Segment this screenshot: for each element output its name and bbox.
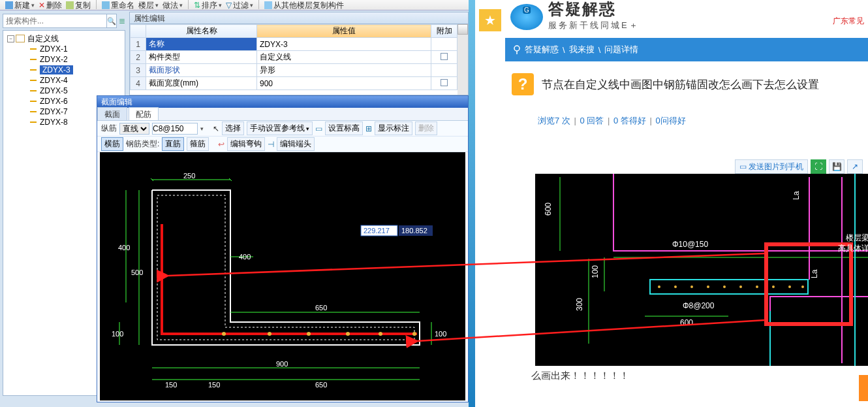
tree-item[interactable]: ZDYX-1 [29, 44, 125, 54]
search-button[interactable]: 🔍 [107, 14, 117, 28]
tree-root-row[interactable]: － 自定义线 [7, 33, 125, 44]
row2-straight-button[interactable]: 直筋 [162, 137, 184, 151]
row2-label-button[interactable]: 横筋 [101, 137, 123, 151]
svg-text:La: La [792, 191, 801, 200]
copy-floor-icon [264, 1, 272, 9]
section-canvas[interactable]: 250 400 400 500 650 100 100 900 150 150 … [100, 152, 465, 400]
share-icon: ↗ [852, 162, 858, 171]
svg-point-44 [739, 285, 742, 288]
svg-point-48 [801, 285, 804, 288]
hook-icon: ↩ [218, 140, 225, 149]
prop-value-input[interactable] [260, 66, 428, 75]
toolbar-sort-button[interactable]: ⇅ 排序▾ [194, 0, 222, 10]
section-editor-row1: 纵筋 直线 ▾ ↖ 选择 手动设置参考线 ▭ 设置标高 ⊞ 显示标注 删除 [97, 121, 468, 137]
property-row[interactable]: 4截面宽度(mm) [131, 77, 457, 90]
prop-row-value[interactable] [257, 38, 431, 51]
toolbar-copy-button[interactable]: 复制 [66, 0, 91, 10]
save-image-button[interactable]: 💾 [829, 159, 845, 174]
prop-value-input[interactable] [260, 53, 428, 62]
prop-row-value[interactable] [257, 64, 431, 77]
tab-rebar[interactable]: 配筋 [129, 107, 159, 120]
tree-item[interactable]: ZDYX-2 [29, 54, 125, 65]
prop-row-name: 构件类型 [146, 51, 257, 64]
brand-subtitle: 服务新干线同城E＋ [548, 20, 640, 31]
question-mark-icon: ? [512, 73, 534, 95]
elev-icon: ▭ [315, 124, 322, 133]
prop-row-value[interactable] [257, 77, 431, 90]
prop-row-addon[interactable] [431, 51, 457, 64]
prop-row-value[interactable] [257, 51, 431, 64]
row2-stirrup-button[interactable]: 箍筋 [187, 137, 209, 151]
collapse-icon[interactable]: － [7, 35, 14, 42]
svg-text:250: 250 [183, 172, 195, 180]
toolbar-floor-button[interactable]: 楼层▾ [138, 0, 159, 10]
property-row[interactable]: 1名称 [131, 38, 457, 51]
answer-cad-image[interactable]: Φ10@150 Φ8@200 600 600 100 300 La La 楼层梁… [535, 174, 868, 366]
toolbar-delete-button[interactable]: ✕ 删除 [39, 0, 62, 10]
toolbar-filter-button[interactable]: ▽ 过滤▾ [226, 0, 253, 10]
row1-spec-input[interactable] [152, 123, 198, 135]
image-toolbar: ▭ 发送图片到手机 ⛶ 💾 ↗ [735, 159, 863, 174]
stat-answers[interactable]: 0 回答 [580, 116, 604, 125]
stat-good-question[interactable]: 0问得好 [655, 116, 685, 125]
favorite-star[interactable]: ★ [479, 9, 501, 31]
search-aux-button[interactable]: ≣ [118, 14, 125, 28]
toolbar-copy-from-floor-label: 从其他楼层复制构件 [273, 0, 344, 10]
line-icon [29, 87, 37, 95]
toolbar-copy-label: 复制 [75, 0, 91, 10]
tree-item[interactable]: ZDYX-3 [29, 65, 125, 75]
tree-item[interactable]: ZDYX-5 [29, 86, 125, 96]
svg-text:300: 300 [575, 298, 584, 311]
property-row[interactable]: 3截面形状 [131, 64, 457, 77]
svg-point-41 [690, 285, 693, 288]
svg-text:150: 150 [208, 381, 220, 389]
save-icon: 💾 [832, 162, 842, 171]
toolbar-copy-from-floor-button[interactable]: 从其他楼层复制构件 [264, 0, 344, 10]
tree-item[interactable]: ZDYX-4 [29, 75, 125, 86]
row2-edit-hook-button[interactable]: 编辑弯钩 [227, 137, 265, 151]
svg-point-4 [379, 332, 382, 336]
fullscreen-button[interactable]: ⛶ [811, 159, 826, 174]
checkbox-icon[interactable] [441, 79, 448, 86]
toolbar-filter-label: 过滤 [233, 0, 249, 10]
property-row[interactable]: 2构件类型 [131, 51, 457, 64]
prop-header-value: 属性值 [257, 25, 431, 38]
tab-section[interactable]: 截面 [97, 107, 127, 120]
line-icon [29, 76, 37, 84]
send-to-phone-button[interactable]: ▭ 发送图片到手机 [735, 159, 808, 174]
toolbar-new-button[interactable]: 新建▾ [5, 0, 35, 10]
row1-show-anno-button[interactable]: 显示标注 [375, 122, 412, 135]
svg-text:Φ8@200: Φ8@200 [683, 301, 715, 310]
row1-set-elev-button[interactable]: 设置标高 [325, 122, 363, 135]
scrollbar-thumb[interactable] [457, 24, 468, 35]
property-scrollbar[interactable] [457, 24, 468, 95]
prop-value-input[interactable] [260, 40, 428, 49]
prop-row-index: 1 [131, 38, 146, 51]
stat-good-answer[interactable]: 0 答得好 [613, 116, 646, 125]
row1-label: 纵筋 [101, 123, 117, 134]
checkbox-icon[interactable] [441, 53, 448, 60]
crumb-root[interactable]: 答疑解惑 [525, 44, 559, 56]
phone-icon: ▭ [739, 162, 747, 171]
row1-mode-select[interactable]: 直线 [119, 123, 149, 135]
row1-manual-ref-button[interactable]: 手动设置参考线 [247, 122, 313, 135]
svg-text:100: 100 [591, 265, 600, 278]
section-editor-tabs: 截面 配筋 [97, 108, 468, 121]
prop-row-addon[interactable] [431, 64, 457, 77]
section-editor-window: 截面编辑 截面 配筋 纵筋 直线 ▾ ↖ 选择 手动设置参考线 ▭ 设置标高 ⊞… [97, 95, 469, 402]
crumb-leaf[interactable]: 问题详情 [604, 44, 638, 56]
prop-row-addon[interactable] [431, 38, 457, 51]
row2-edit-end-button[interactable]: 编辑端头 [277, 137, 315, 151]
prop-value-input[interactable] [260, 79, 428, 88]
crumb-mid[interactable]: 我来搜 [569, 44, 595, 56]
search-input[interactable] [3, 14, 107, 28]
share-image-button[interactable]: ↗ [847, 159, 863, 174]
toolbar-rename-button[interactable]: 重命名 [102, 0, 134, 10]
prop-row-addon[interactable] [431, 77, 457, 90]
svg-text:100: 100 [435, 330, 446, 338]
toolbar-method-button[interactable]: 做法▾ [163, 0, 183, 10]
location-link[interactable]: 广东常见 [833, 16, 864, 27]
row1-delete-button[interactable]: 删除 [415, 122, 437, 135]
svg-point-2 [307, 332, 311, 336]
row1-select-button[interactable]: 选择 [222, 122, 244, 135]
